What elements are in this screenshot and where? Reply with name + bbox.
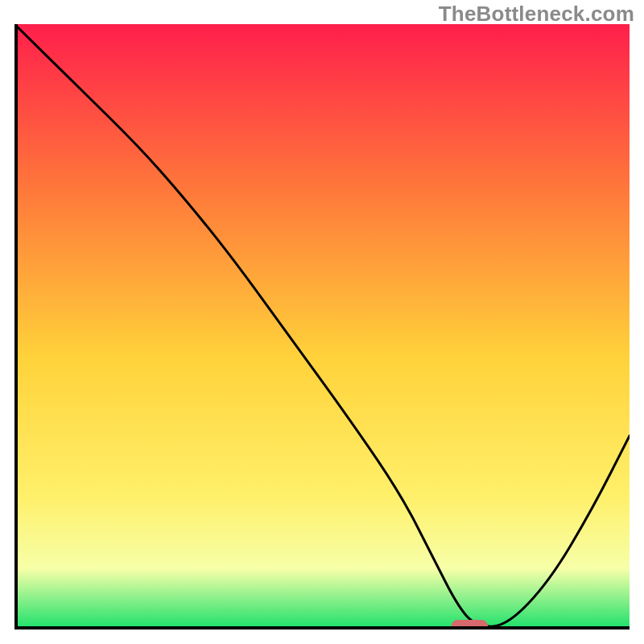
watermark-text: TheBottleneck.com: [439, 2, 634, 27]
chart-frame: TheBottleneck.com: [0, 0, 644, 644]
plot-area: [14, 24, 630, 630]
optimum-marker: [451, 620, 488, 630]
plot-svg: [14, 24, 630, 630]
